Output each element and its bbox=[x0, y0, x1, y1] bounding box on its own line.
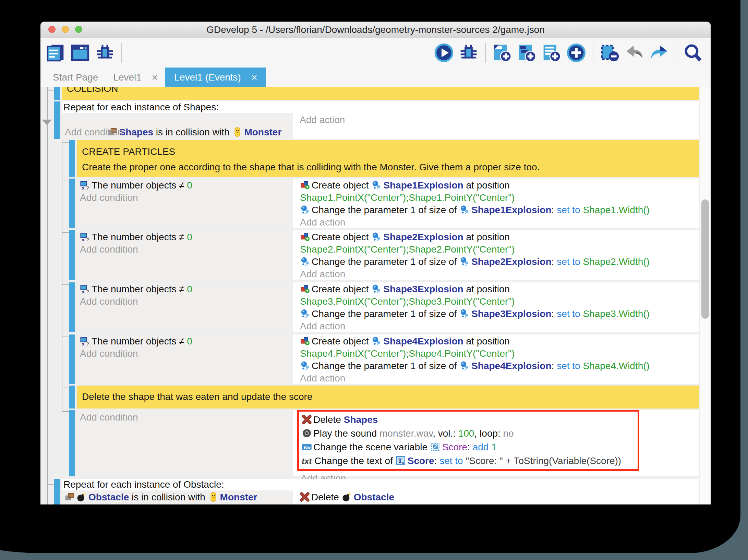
add-condition-link[interactable]: Add condition bbox=[80, 192, 293, 204]
event-handle[interactable] bbox=[69, 179, 75, 228]
event-handle[interactable] bbox=[69, 140, 75, 177]
object-name: Shape2Explosion bbox=[383, 232, 463, 242]
event-row-shape4[interactable]: The number objects ≠ 0 Add condition Cre… bbox=[69, 334, 699, 384]
toolbar-divider bbox=[593, 43, 593, 63]
text-expression: "Score: " + ToString(Variable(Score)) bbox=[466, 455, 621, 466]
tab-level1-events[interactable]: Level1 (Events) × bbox=[165, 68, 266, 87]
object-name: Shape4Explosion bbox=[471, 361, 551, 371]
comment-block[interactable]: COLLISION bbox=[62, 87, 699, 100]
actions-cell[interactable]: Delete Obstacle bbox=[296, 490, 699, 504]
redo-icon[interactable] bbox=[650, 43, 669, 62]
event-row-shape3[interactable]: The number objects ≠ 0 Add condition Cre… bbox=[69, 282, 699, 332]
event-handle[interactable] bbox=[69, 410, 75, 476]
operator-text: set to bbox=[557, 308, 583, 319]
value-text: 1 bbox=[491, 442, 497, 452]
add-action-link[interactable]: Add action bbox=[300, 268, 699, 280]
collapse-event-icon[interactable] bbox=[42, 120, 52, 125]
preview-play-icon[interactable] bbox=[434, 43, 454, 62]
repeat-header[interactable]: Repeat for each instance of Shapes: bbox=[62, 101, 699, 113]
add-comment-icon[interactable] bbox=[542, 43, 561, 62]
tree-line bbox=[47, 484, 54, 485]
add-condition-link[interactable]: Add condition bbox=[80, 243, 293, 256]
object-count-icon bbox=[80, 180, 90, 190]
actions-cell[interactable]: Create object Shape2Explosion at positio… bbox=[296, 230, 699, 280]
conditions-cell[interactable]: The number objects ≠ 0 Add condition bbox=[77, 230, 293, 280]
add-action-link[interactable]: Add action bbox=[300, 114, 699, 126]
action-text: Delete bbox=[311, 492, 342, 502]
particle-object-icon bbox=[371, 232, 382, 242]
title-bar[interactable]: GDevelop 5 - /Users/florian/Downloads/ge… bbox=[40, 22, 711, 38]
event-handle[interactable] bbox=[69, 230, 75, 280]
scene-window-icon[interactable] bbox=[71, 43, 90, 62]
toolbar-divider bbox=[121, 43, 122, 63]
tree-line bbox=[62, 232, 69, 233]
comment-event-delete-score[interactable]: Delete the shape that was eaten and upda… bbox=[69, 386, 699, 409]
add-condition-link[interactable]: Add condition bbox=[80, 295, 293, 308]
comment-block[interactable]: Delete the shape that was eaten and upda… bbox=[77, 386, 699, 409]
action-text: Create object bbox=[312, 336, 371, 346]
repeat-shapes-event[interactable]: Repeat for each instance of Shapes: Shap… bbox=[54, 101, 699, 139]
conditions-cell[interactable]: The number objects ≠ 0 Add condition bbox=[77, 282, 293, 332]
event-handle[interactable] bbox=[54, 87, 60, 100]
object-name: Shapes bbox=[344, 414, 378, 425]
position-expression: Shape4.PointX("Center");Shape4.PointY("C… bbox=[300, 348, 699, 360]
add-action-link[interactable]: Add action bbox=[300, 216, 699, 229]
event-row-shape1[interactable]: The number objects ≠ 0 Add condition Cre… bbox=[69, 179, 699, 228]
scrollbar-thumb[interactable] bbox=[701, 199, 709, 319]
search-icon[interactable] bbox=[683, 43, 702, 62]
conditions-cell[interactable]: Obstacle is in collision with Monster bbox=[62, 490, 293, 504]
condition-value: 0 bbox=[187, 180, 192, 191]
conditions-cell[interactable]: The number objects ≠ 0 Add condition bbox=[77, 334, 293, 384]
comment-text: COLLISION bbox=[67, 87, 699, 94]
event-handle[interactable] bbox=[69, 334, 75, 384]
comment-block[interactable]: CREATE PARTICLES Create the proper one a… bbox=[77, 140, 699, 177]
actions-cell[interactable]: Create object Shape1Explosion at positio… bbox=[296, 179, 699, 228]
particle-object-icon bbox=[459, 205, 470, 215]
add-action-link[interactable]: Add action bbox=[300, 320, 699, 332]
tree-line bbox=[47, 87, 48, 504]
repeat-header[interactable]: Repeat for each instance of Obstacle: bbox=[62, 479, 699, 490]
close-tab-icon[interactable]: × bbox=[251, 72, 257, 83]
condition-value: 0 bbox=[187, 284, 192, 294]
actions-cell[interactable]: Create object Shape4Explosion at positio… bbox=[296, 334, 699, 384]
add-action-link[interactable]: Add action bbox=[300, 372, 699, 385]
vertical-scrollbar[interactable] bbox=[699, 87, 711, 504]
selected-actions-highlight[interactable]: Delete Shapes Play the sound monster.wav… bbox=[297, 410, 639, 471]
debugger-icon[interactable] bbox=[95, 43, 114, 62]
event-row-score[interactable]: Add condition Delete Shapes Play the sou… bbox=[69, 410, 699, 476]
tree-line bbox=[62, 181, 69, 181]
conditions-cell[interactable]: The number objects ≠ 0 Add condition bbox=[77, 179, 293, 228]
add-condition-link[interactable]: Add condition bbox=[80, 411, 293, 424]
debug-preview-icon[interactable] bbox=[459, 43, 478, 62]
object-name: Shape2Explosion bbox=[471, 256, 551, 267]
conditions-cell[interactable]: Add condition bbox=[77, 410, 293, 476]
add-event-icon[interactable] bbox=[493, 43, 512, 62]
tab-start-page[interactable]: Start Page bbox=[45, 68, 106, 87]
actions-cell[interactable]: Create object Shape3Explosion at positio… bbox=[296, 282, 699, 332]
add-subevent-icon[interactable] bbox=[517, 43, 536, 62]
operator-text: set to bbox=[557, 205, 583, 215]
comment-event-create-particles[interactable]: CREATE PARTICLES Create the proper one a… bbox=[69, 140, 699, 177]
close-tab-icon[interactable]: × bbox=[152, 72, 158, 83]
operator-text: set to bbox=[557, 361, 583, 371]
repeat-obstacle-event[interactable]: Repeat for each instance of Obstacle: Ob… bbox=[54, 479, 699, 504]
action-text: Change the scene variable bbox=[313, 442, 430, 452]
conditions-cell[interactable]: Shapes is in collision with Monster Add … bbox=[62, 113, 293, 139]
action-text: Create object bbox=[312, 284, 371, 294]
tab-level1[interactable]: Level1 × bbox=[106, 68, 165, 87]
undo-icon[interactable] bbox=[625, 43, 644, 62]
event-row-shape2[interactable]: The number objects ≠ 0 Add condition Cre… bbox=[69, 230, 699, 280]
project-manager-icon[interactable] bbox=[46, 43, 65, 62]
tab-label: Level1 bbox=[113, 72, 142, 83]
actions-cell[interactable]: Delete Shapes Play the sound monster.wav… bbox=[296, 410, 699, 476]
delete-selection-icon[interactable] bbox=[600, 43, 619, 62]
sound-icon bbox=[302, 428, 312, 438]
event-handle[interactable] bbox=[69, 282, 75, 332]
event-handle[interactable] bbox=[54, 479, 60, 504]
event-handle[interactable] bbox=[69, 386, 75, 409]
actions-cell[interactable]: Add action bbox=[296, 113, 699, 139]
add-special-event-icon[interactable] bbox=[567, 43, 586, 62]
add-condition-link[interactable]: Add condition bbox=[80, 348, 293, 360]
comment-event-collision[interactable]: COLLISION bbox=[54, 87, 699, 100]
event-handle[interactable] bbox=[54, 101, 60, 139]
